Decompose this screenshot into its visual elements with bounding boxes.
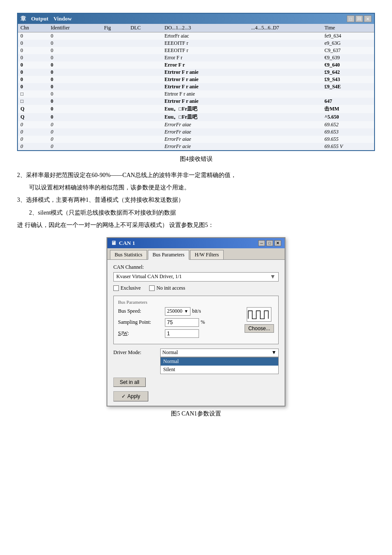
table-cell: £9_642 <box>322 69 374 76</box>
table-cell <box>101 61 128 69</box>
dropdown-item-normal[interactable]: Normal <box>161 357 278 366</box>
table-cell: 0 <box>18 54 48 61</box>
table-cell <box>128 47 162 54</box>
table-row: 00ErrorFr aiae69.652 <box>18 121 374 128</box>
table-cell: ErrorFr aiae <box>162 128 248 136</box>
can-titlebar-left: 🖥 CAN 1 <box>111 240 135 247</box>
driver-mode-arrow[interactable]: ▼ <box>271 349 277 356</box>
table-cell <box>248 69 322 76</box>
table-row: 00ErrorFr aiae69.655 <box>18 136 374 143</box>
apply-button[interactable]: ✓ Apply <box>113 391 148 401</box>
driver-mode-row: Driver Mode: Normal ▼ Normal Silent <box>113 349 279 374</box>
table-cell: 0 <box>48 128 101 136</box>
restore-button[interactable]: 回 <box>355 15 363 22</box>
body-line2: 可以设置相对精确波特率的相似范围，该参数便是这个用途。 <box>17 182 375 193</box>
dropdown-item-silent[interactable]: Silent <box>161 366 278 374</box>
table-cell: 69.653 <box>322 128 374 136</box>
table-cell: 0 <box>48 47 101 54</box>
bus-speed-dropdown-arrow[interactable]: ▼ <box>184 309 188 314</box>
driver-mode-label: Driver Mode: <box>113 349 160 356</box>
no-init-checkbox[interactable] <box>149 285 155 291</box>
table-cell <box>248 32 322 40</box>
svg-rect-0 <box>248 308 271 321</box>
sjw-row: SJW: <box>118 329 240 338</box>
table-cell <box>101 69 128 76</box>
table-cell: 0 <box>48 40 101 47</box>
table-cell: fe9_634 <box>322 32 374 40</box>
set-in-all-row: Set in all <box>113 378 279 387</box>
table-cell <box>128 143 162 150</box>
table-cell <box>248 113 322 121</box>
table-row: □0Etrtror F r anie647 <box>18 98 374 105</box>
driver-mode-select[interactable]: Normal ▼ <box>160 349 279 357</box>
exclusive-checkbox-item[interactable]: Exclusive <box>113 285 141 291</box>
table-cell <box>101 113 128 121</box>
minimize-button[interactable]: □ <box>347 15 355 22</box>
table-cell <box>101 83 128 90</box>
set-in-all-button[interactable]: Set in all <box>113 378 146 387</box>
table-header-row: Chn Identifier Fig DLC DO...1...2...3 ..… <box>18 24 374 32</box>
table-cell <box>101 76 128 83</box>
table-cell <box>248 76 322 83</box>
can-checkboxes: Exclusive No init access <box>113 285 279 291</box>
driver-mode-dropdown-list: Normal Silent <box>160 357 279 374</box>
table-cell: EEEOITF r <box>162 47 248 54</box>
table-cell <box>101 40 128 47</box>
table-cell: 0 <box>18 128 48 136</box>
table-cell <box>128 98 162 105</box>
can-minimize-button[interactable]: ─ <box>258 240 265 246</box>
tab-bus-statistics[interactable]: Bus Statistics <box>110 250 147 259</box>
table-cell <box>128 40 162 47</box>
table-cell: €9_640 <box>322 61 374 69</box>
close-button[interactable]: ✕ <box>364 15 372 22</box>
table-cell <box>248 83 322 90</box>
exclusive-checkbox[interactable] <box>113 285 119 291</box>
can-dialog: 🖥 CAN 1 ─ □ ✕ Bus Statistics Bus Paramet… <box>107 237 285 407</box>
bus-speed-select[interactable]: 250000 ▼ <box>165 307 190 316</box>
top-titlebar-left: 章 Output Vindow <box>20 15 72 23</box>
can-restore-button[interactable]: □ <box>266 240 273 246</box>
table-cell: 0 <box>48 136 101 143</box>
table-cell: £9_S4E <box>322 83 374 90</box>
tab-bus-parameters[interactable]: Bus Parameters <box>148 250 189 260</box>
table-cell: EEEOITF r <box>162 40 248 47</box>
table-cell: 69.655 <box>322 136 374 143</box>
menu-output[interactable]: Output <box>31 15 48 22</box>
table-cell <box>128 113 162 121</box>
sampling-point-input[interactable] <box>165 318 199 327</box>
table-cell: £9_S43 <box>322 76 374 83</box>
params-row-wrap: Bus Speed: 250000 ▼ bit/s Sampling Point… <box>118 307 274 340</box>
sampling-point-row: Sampling Point: % <box>118 318 240 327</box>
sjw-input[interactable] <box>165 329 199 338</box>
table-cell: 69.652 <box>322 121 374 128</box>
table-cell: 击MM <box>322 105 374 113</box>
table-cell <box>128 61 162 69</box>
table-cell: 0 <box>18 47 48 54</box>
bus-speed-value: 250000 <box>167 308 182 314</box>
can-close-button[interactable]: ✕ <box>274 240 281 246</box>
table-cell: 0 <box>18 136 48 143</box>
table-cell <box>128 121 162 128</box>
table-cell <box>248 121 322 128</box>
table-cell <box>101 90 128 98</box>
table-cell: €9_639 <box>322 54 374 61</box>
can-channel-box[interactable]: Kvaser Virtual CAN Driver, 1/1 ▼ <box>113 272 279 282</box>
table-cell: Error F r <box>162 54 248 61</box>
menu-vindow[interactable]: Vindow <box>53 15 72 22</box>
bus-speed-row: Bus Speed: 250000 ▼ bit/s <box>118 307 240 316</box>
fig4-caption: 图4接收错误 <box>17 155 375 163</box>
table-cell: ErtorFr aiac <box>162 32 248 40</box>
choose-button[interactable]: Choose... <box>245 324 274 333</box>
table-cell: e9_63G <box>322 40 374 47</box>
table-cell: 0 <box>18 69 48 76</box>
bus-params-group: Bus Parameters Bus Speed: 250000 ▼ bit/s <box>113 296 279 344</box>
can-channel-dropdown-arrow[interactable]: ▼ <box>270 273 276 280</box>
table-cell <box>248 128 322 136</box>
can-body: CAN Channel: Kvaser Virtual CAN Driver, … <box>107 260 285 406</box>
table-cell: 0 <box>18 61 48 69</box>
table-cell: 0 <box>48 113 101 121</box>
table-cell: ErrorFr aiae <box>162 121 248 128</box>
no-init-checkbox-item[interactable]: No init access <box>149 285 185 291</box>
col-d47: ...4...5...6..D7 <box>248 24 322 32</box>
tab-hw-filters[interactable]: H/W Filters <box>190 250 224 259</box>
